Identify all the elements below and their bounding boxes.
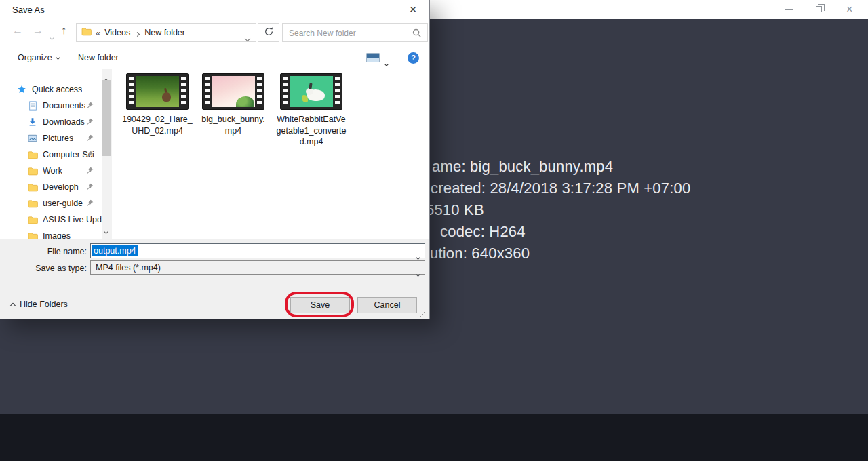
file-name-label: 190429_02_Hare_UHD_02.mp4 [122, 114, 193, 136]
nav-up-icon[interactable]: ↑ [61, 24, 66, 37]
sidebar-item-label: ASUS Live Updat [43, 215, 102, 224]
breadcrumb-separator-icon [136, 26, 139, 39]
resize-grip[interactable] [420, 310, 427, 317]
address-bar[interactable]: « Videos New folder [76, 23, 256, 42]
pin-icon [86, 199, 94, 209]
file-name-input[interactable]: output.mp4 [90, 243, 425, 258]
sidebar-item-computer-sci[interactable]: Computer Sci [0, 146, 102, 163]
search-placeholder: Search New folder [289, 28, 356, 38]
folder-icon [27, 214, 38, 225]
nav-history-chevron-icon[interactable] [50, 30, 54, 42]
save-button[interactable]: Save [290, 297, 350, 313]
nav-back-icon[interactable]: ← [12, 24, 23, 37]
pin-icon [86, 183, 94, 193]
cancel-button[interactable]: Cancel [357, 297, 417, 313]
video-thumbnail [126, 73, 189, 110]
sidebar-scrollbar[interactable] [102, 69, 112, 239]
help-icon[interactable]: ? [408, 52, 419, 64]
view-mode-icon[interactable] [366, 53, 380, 62]
sidebar-item-user-guide[interactable]: user-guide [0, 195, 102, 212]
dialog-footer: File name: output.mp4 Save as type: MP4 … [0, 239, 429, 319]
video-info-name: ame: big_buck_bunny.mp4 [432, 158, 613, 176]
sidebar-item-label: Downloads [43, 117, 85, 127]
refresh-button[interactable] [258, 23, 279, 42]
address-dropdown-icon[interactable] [245, 31, 250, 43]
hide-folders-button[interactable]: Hide Folders [11, 300, 68, 309]
refresh-icon [264, 26, 274, 39]
dialog-close-icon[interactable]: × [401, 0, 425, 20]
new-folder-button[interactable]: New folder [78, 47, 119, 68]
folder-icon [27, 165, 38, 176]
file-tile-white-rabbit[interactable]: WhiteRabbitEatVegetable1_converted.mp4 [275, 73, 348, 148]
pin-icon [86, 134, 94, 144]
sidebar-item-label: Developh [43, 182, 79, 192]
sidebar-item-label: Work [43, 166, 62, 176]
sidebar-item-downloads[interactable]: Downloads [0, 114, 102, 130]
search-input[interactable]: Search New folder [282, 23, 428, 42]
breadcrumb-videos[interactable]: Videos [104, 28, 130, 37]
sidebar-item-label: Quick access [32, 85, 82, 94]
video-info-size: 5510 KB [426, 201, 484, 219]
sidebar-item-images[interactable]: Images [0, 228, 102, 239]
file-tile-hare[interactable]: 190429_02_Hare_UHD_02.mp4 [122, 73, 193, 136]
video-info-resolution: ution: 640x360 [430, 245, 530, 262]
scroll-down-icon[interactable] [104, 224, 108, 236]
sidebar-item-work[interactable]: Work [0, 163, 102, 179]
organize-caret-icon [56, 55, 60, 60]
download-arrow-icon [27, 117, 38, 127]
save-type-dropdown-icon[interactable] [416, 266, 420, 279]
sidebar-item-label: Images [43, 231, 71, 239]
sidebar-item-quick-access[interactable]: Quick access [0, 81, 102, 98]
folder-icon [81, 26, 92, 39]
minimize-icon[interactable] [785, 9, 793, 10]
view-mode-caret-icon[interactable] [385, 56, 388, 68]
file-tile-big-buck-bunny[interactable]: big_buck_bunny.mp4 [199, 73, 268, 136]
folder-icon [27, 198, 38, 209]
folder-icon [27, 149, 38, 160]
dialog-title: Save As [12, 0, 45, 20]
dialog-body: Quick access Documents Downloads [0, 69, 429, 239]
close-icon[interactable]: × [846, 2, 852, 17]
video-thumbnail [280, 73, 342, 110]
hide-folders-chevron-icon [10, 303, 16, 308]
button-strip: Hide Folders Save Cancel [0, 289, 429, 320]
sidebar-item-label: Pictures [43, 134, 73, 143]
command-toolbar: Organize New folder ? [0, 47, 429, 68]
folder-icon [27, 230, 38, 239]
pin-icon [86, 102, 94, 111]
file-name-label: big_buck_bunny.mp4 [199, 114, 268, 136]
save-type-value: MP4 files (*.mp4) [96, 263, 161, 273]
pin-icon [86, 118, 94, 127]
scrollbar-thumb[interactable] [102, 80, 111, 156]
pictures-icon [27, 133, 38, 144]
restore-icon[interactable] [816, 6, 822, 12]
save-type-field-label: Save as type: [0, 264, 87, 273]
sidebar-item-documents[interactable]: Documents [0, 98, 102, 114]
quick-access-star-icon [16, 84, 27, 95]
organize-menu[interactable]: Organize [18, 47, 60, 68]
sidebar-item-pictures[interactable]: Pictures [0, 130, 102, 146]
pin-icon [86, 151, 94, 160]
save-type-select[interactable]: MP4 files (*.mp4) [90, 260, 425, 275]
save-as-dialog: Save As × ← → ↑ « Videos New folder [0, 0, 430, 319]
sidebar: Quick access Documents Downloads [0, 69, 102, 239]
file-name-label: WhiteRabbitEatVegetable1_converted.mp4 [275, 114, 348, 148]
video-info-created: created: 28/4/2018 3:17:28 PM +07:00 [431, 180, 690, 197]
file-name-field-label: File name: [0, 247, 87, 256]
folder-icon [27, 182, 38, 193]
navigation-row: ← → ↑ « Videos New folder Search Ne [0, 22, 429, 43]
document-icon [27, 100, 38, 111]
nav-forward-icon[interactable]: → [33, 24, 43, 37]
file-name-value: output.mp4 [92, 245, 138, 256]
breadcrumb-new-folder[interactable]: New folder [144, 28, 185, 37]
bottom-action-bar: Back Save video [0, 414, 868, 461]
sidebar-item-asus-live-update[interactable]: ASUS Live Updat [0, 212, 102, 228]
video-info-codec: codec: H264 [440, 223, 526, 241]
sidebar-item-developh[interactable]: Developh [0, 179, 102, 195]
sidebar-item-label: Documents [43, 101, 85, 111]
screen: × ame: big_buck_bunny.mp4 created: 28/4/… [0, 0, 868, 461]
sidebar-item-label: user-guide [43, 199, 83, 208]
search-icon [412, 28, 422, 38]
breadcrumb-prefix[interactable]: « [96, 28, 100, 38]
pin-icon [86, 167, 94, 176]
